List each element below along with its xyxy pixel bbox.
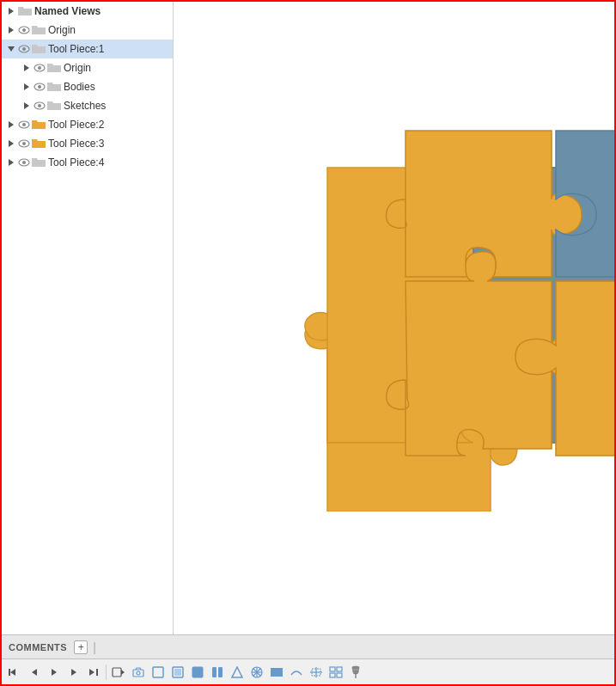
play-button[interactable] xyxy=(45,663,64,682)
selection-icon xyxy=(309,666,323,678)
eye-origin-1[interactable] xyxy=(17,24,31,36)
last-button[interactable] xyxy=(84,663,103,682)
svg-point-3 xyxy=(22,47,26,51)
grid-button[interactable] xyxy=(326,663,345,682)
svg-rect-17 xyxy=(9,669,10,676)
main-area: Named Views Origin xyxy=(2,2,614,634)
frame-icon-2 xyxy=(172,666,184,678)
tree-item-origin-2[interactable]: Origin xyxy=(2,58,173,77)
filled-rect-button[interactable] xyxy=(267,663,286,682)
folder-icon-bodies xyxy=(47,82,61,92)
selection-button[interactable] xyxy=(307,663,326,682)
record-button[interactable] xyxy=(109,663,128,682)
grid-icon xyxy=(329,666,343,678)
toggle-tool-piece-2[interactable] xyxy=(5,119,17,131)
svg-point-15 xyxy=(22,161,26,164)
folder-origin-2 xyxy=(46,62,62,74)
svg-rect-45 xyxy=(337,667,342,671)
bottom-toolbar xyxy=(2,658,614,684)
tree-item-tool-piece-3[interactable]: Tool Piece:3 xyxy=(2,134,173,153)
toggle-tool-piece-3[interactable] xyxy=(5,138,17,150)
record-icon xyxy=(112,666,125,678)
eye-sketches[interactable] xyxy=(33,100,46,112)
folder-tool-piece-4 xyxy=(31,156,46,168)
frame-icon-4 xyxy=(211,666,223,678)
tree-item-named-views[interactable]: Named Views xyxy=(2,2,173,21)
tree-panel: Named Views Origin xyxy=(2,2,174,634)
star-button[interactable] xyxy=(247,663,266,682)
svg-rect-24 xyxy=(113,668,121,677)
svg-rect-46 xyxy=(330,673,335,677)
toggle-tool-piece-4[interactable] xyxy=(5,156,17,168)
svg-marker-19 xyxy=(32,669,37,676)
eye-tool-piece-4[interactable] xyxy=(17,156,31,168)
tree-item-tool-piece-4[interactable]: Tool Piece:4 xyxy=(2,153,173,172)
svg-point-1 xyxy=(22,28,26,32)
svg-rect-33 xyxy=(218,667,223,677)
tri-right-icon-tp4 xyxy=(9,159,14,166)
app-container: Named Views Origin xyxy=(2,2,614,684)
folder-named-views xyxy=(17,5,33,17)
next-button[interactable] xyxy=(64,663,83,682)
frame-icon-3 xyxy=(192,666,204,678)
eye-origin-2[interactable] xyxy=(33,62,46,74)
frame-button-3[interactable] xyxy=(188,663,207,682)
svg-marker-21 xyxy=(71,669,76,676)
eye-tool-piece-2[interactable] xyxy=(17,119,31,131)
pin-button[interactable] xyxy=(346,663,365,682)
eye-tool-piece-3[interactable] xyxy=(17,138,31,150)
add-comment-button[interactable]: + xyxy=(74,640,88,654)
folder-bodies xyxy=(46,81,62,93)
svg-marker-25 xyxy=(121,670,125,675)
tree-item-origin-1[interactable]: Origin xyxy=(2,21,173,40)
svg-point-11 xyxy=(22,123,26,126)
origin-2-label: Origin xyxy=(64,62,91,74)
toggle-tool-piece-1[interactable] xyxy=(5,43,17,55)
folder-origin-1 xyxy=(31,24,46,36)
tree-item-sketches[interactable]: Sketches xyxy=(2,96,173,115)
frame-button-4[interactable] xyxy=(208,663,227,682)
svg-point-7 xyxy=(38,85,41,89)
frame-button-1[interactable] xyxy=(149,663,168,682)
eye-icon-sketches xyxy=(34,101,46,110)
eye-icon-tp2 xyxy=(18,120,30,129)
toggle-origin-1[interactable] xyxy=(5,24,17,36)
folder-icon-tp3 xyxy=(32,138,46,149)
toggle-origin-2[interactable] xyxy=(21,62,33,74)
toggle-sketches[interactable] xyxy=(21,100,33,112)
eye-tool-piece-1[interactable] xyxy=(17,43,31,55)
comments-label: COMMENTS xyxy=(9,642,67,652)
triangle-button[interactable] xyxy=(228,663,247,682)
eye-icon-tp4 xyxy=(18,158,30,167)
toggle-bodies[interactable] xyxy=(21,81,33,93)
svg-point-5 xyxy=(38,66,41,70)
folder-icon-origin2 xyxy=(47,63,61,73)
tree-item-tool-piece-1[interactable]: Tool Piece:1 xyxy=(2,40,173,58)
comments-divider: | xyxy=(93,640,96,654)
svg-rect-32 xyxy=(212,667,217,677)
tree-item-bodies[interactable]: Bodies xyxy=(2,77,173,96)
curve-button[interactable] xyxy=(287,663,306,682)
first-button[interactable] xyxy=(5,663,24,682)
sketches-label: Sketches xyxy=(64,100,106,112)
folder-icon xyxy=(18,6,32,16)
prev-icon xyxy=(30,667,39,677)
tree-item-tool-piece-2[interactable]: Tool Piece:2 xyxy=(2,115,173,134)
snapshot-button[interactable] xyxy=(129,663,148,682)
eye-bodies[interactable] xyxy=(33,81,46,93)
svg-marker-18 xyxy=(10,669,15,676)
named-views-label: Named Views xyxy=(34,5,101,17)
svg-point-9 xyxy=(38,104,41,107)
puzzle-image xyxy=(363,88,614,475)
folder-tool-piece-2 xyxy=(31,119,46,131)
folder-icon-tp4 xyxy=(32,157,46,168)
svg-marker-34 xyxy=(232,667,242,677)
prev-button[interactable] xyxy=(25,663,44,682)
play-icon xyxy=(50,667,58,677)
frame-button-2[interactable] xyxy=(168,663,187,682)
svg-rect-23 xyxy=(96,669,98,676)
toggle-named-views[interactable] xyxy=(5,5,17,17)
eye-icon-tp3 xyxy=(18,139,30,148)
toolbar-sep-1 xyxy=(106,665,107,680)
folder-tool-piece-1 xyxy=(31,43,46,55)
